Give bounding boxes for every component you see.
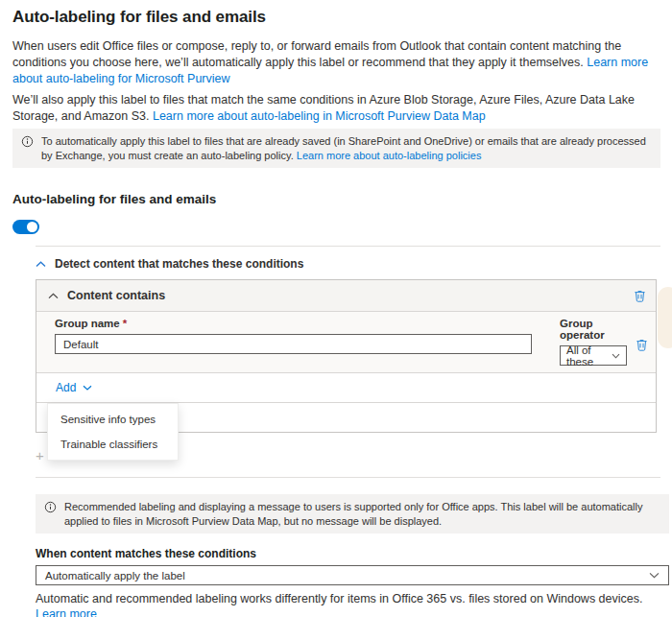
content-contains-header[interactable]: Content contains: [36, 280, 656, 312]
toggle-knob: [27, 222, 37, 232]
condition-group: Group name* Group operator All of these: [36, 312, 656, 373]
trash-icon: [634, 289, 646, 302]
info-banner-recommended: Recommended labeling and displaying a me…: [36, 494, 669, 534]
group-name-label: Group name*: [55, 318, 532, 329]
plus-icon: +: [36, 450, 44, 462]
add-dropdown-menu: Sensitive info types Trainable classifie…: [47, 403, 179, 461]
chevron-up-icon: [36, 261, 46, 268]
chevron-down-icon: [649, 572, 660, 579]
chevron-down-icon: [612, 353, 620, 359]
add-button[interactable]: Add: [56, 381, 92, 394]
group-name-input[interactable]: [55, 334, 532, 354]
chevron-down-icon: [83, 385, 92, 391]
labeling-note: Automatic and recommended labeling works…: [36, 591, 660, 617]
intro-paragraph-1: When users edit Office files or compose,…: [12, 38, 660, 87]
info-banner-policy-text: To automatically apply this label to fil…: [41, 134, 651, 162]
add-button-label: Add: [56, 381, 76, 394]
detect-conditions-label: Detect content that matches these condit…: [55, 257, 303, 271]
auto-labeling-toggle[interactable]: [12, 220, 39, 234]
apply-label-selected-value: Automatically apply the label: [45, 570, 185, 581]
info-banner-policy: To automatically apply this label to fil…: [12, 129, 660, 168]
info-icon: [44, 501, 57, 517]
section-divider-bottom: [36, 477, 660, 478]
content-contains-label: Content contains: [67, 289, 625, 302]
group-operator-select[interactable]: All of these: [560, 345, 627, 366]
content-contains-group-box: Content contains Group name* Group opera…: [36, 279, 657, 433]
when-matches-label: When content matches these conditions: [36, 547, 660, 560]
info-banner-recommended-text: Recommended labeling and displaying a me…: [64, 500, 660, 528]
section-divider-top: [36, 246, 660, 247]
learn-more-datamap-link[interactable]: Learn more about auto-labeling in Micros…: [153, 109, 486, 123]
group-operator-value: All of these: [566, 344, 612, 368]
learn-more-policies-link[interactable]: Learn more about auto-labeling policies: [297, 150, 482, 161]
apply-label-select[interactable]: Automatically apply the label: [36, 565, 669, 585]
delete-group-button[interactable]: [636, 338, 648, 351]
auto-labeling-section-title: Auto-labeling for files and emails: [12, 192, 660, 206]
intro-text-1: When users edit Office files or compose,…: [12, 39, 621, 69]
group-operator-label: Group operator: [560, 318, 627, 341]
menu-item-sensitive-info-types[interactable]: Sensitive info types: [48, 407, 178, 432]
intro-paragraph-2: We’ll also apply this label to files tha…: [12, 92, 660, 125]
learn-more-link[interactable]: Learn more: [36, 607, 97, 617]
required-asterisk: *: [123, 318, 127, 329]
detect-conditions-expander[interactable]: Detect content that matches these condit…: [36, 257, 660, 271]
page-title: Auto-labeling for files and emails: [12, 8, 660, 27]
add-row: Add Sensitive info types Trainable class…: [36, 373, 656, 403]
cursor-highlight: [658, 287, 672, 348]
delete-condition-button[interactable]: [634, 289, 646, 302]
info-icon: [21, 135, 34, 152]
menu-item-trainable-classifiers[interactable]: Trainable classifiers: [48, 432, 178, 457]
chevron-up-icon: [48, 293, 59, 299]
trash-icon: [636, 338, 648, 351]
